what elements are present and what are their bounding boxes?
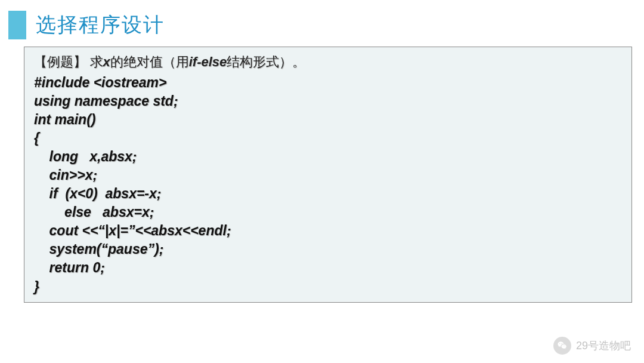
slide-header: 选择程序设计 <box>0 0 644 47</box>
code-block: #include <iostream> using namespace std;… <box>34 73 622 296</box>
watermark-text: 29号造物吧 <box>576 339 631 353</box>
title-accent-block <box>8 11 26 39</box>
problem-var: x <box>103 54 110 69</box>
problem-suffix: 结构形式）。 <box>227 54 305 69</box>
watermark: 29号造物吧 <box>553 337 631 355</box>
problem-prefix: 【例题】 求 <box>34 54 103 69</box>
problem-mid: 的绝对值（用 <box>110 54 189 69</box>
problem-struct: if-else <box>189 54 227 69</box>
code-example-box: 【例题】 求x的绝对值（用if-else结构形式）。 #include <ios… <box>24 47 632 303</box>
slide-title: 选择程序设计 <box>36 11 165 39</box>
wechat-icon <box>553 337 571 355</box>
problem-statement: 【例题】 求x的绝对值（用if-else结构形式）。 <box>34 53 622 71</box>
